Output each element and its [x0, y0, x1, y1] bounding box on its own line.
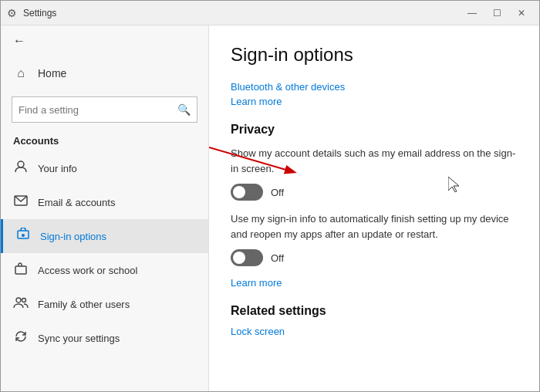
toggle-thumb-1: [233, 186, 245, 198]
title-bar-left: ⚙ Settings: [7, 7, 56, 19]
learn-more-2[interactable]: Learn more: [231, 277, 518, 289]
back-arrow-icon: ←: [13, 34, 25, 48]
sidebar-item-family[interactable]: Family & other users: [1, 287, 208, 321]
sign-in-label: Sign-in options: [40, 231, 106, 242]
main-content: Sign-in options Bluetooth & other device…: [209, 25, 539, 359]
back-button[interactable]: ←: [1, 25, 208, 56]
sidebar-item-your-info[interactable]: Your info: [1, 151, 208, 185]
svg-point-3: [22, 234, 25, 237]
svg-point-5: [16, 298, 21, 302]
maximize-button[interactable]: ☐: [485, 4, 508, 22]
email-label: Email & accounts: [38, 197, 115, 208]
svg-point-0: [18, 161, 24, 167]
your-info-icon: [13, 160, 29, 177]
sidebar: ← ⌂ Home 🔍 Accounts Your info: [1, 25, 209, 391]
title-bar-title: Settings: [23, 8, 56, 19]
home-icon: ⌂: [13, 66, 29, 80]
window-content: ← ⌂ Home 🔍 Accounts Your info: [1, 25, 539, 391]
toggle-2-label: Off: [271, 252, 284, 264]
your-info-label: Your info: [38, 163, 77, 174]
settings-window-icon: ⚙: [7, 7, 17, 19]
title-bar-controls: — ☐ ✕: [461, 4, 533, 22]
svg-point-6: [22, 299, 26, 302]
page-title: Sign-in options: [231, 44, 518, 66]
title-bar: ⚙ Settings — ☐ ✕: [1, 1, 539, 25]
bluetooth-link[interactable]: Bluetooth & other devices: [231, 81, 518, 93]
related-heading: Related settings: [231, 304, 518, 318]
close-button[interactable]: ✕: [510, 4, 533, 22]
toggle-row-2: Off: [231, 249, 518, 266]
sidebar-item-work[interactable]: Access work or school: [1, 253, 208, 287]
sync-icon: [13, 329, 29, 346]
family-icon: [13, 296, 29, 312]
svg-rect-4: [15, 266, 26, 274]
privacy-toggle-2[interactable]: [231, 249, 263, 266]
privacy-heading: Privacy: [231, 123, 518, 137]
sign-in-icon: [15, 228, 31, 245]
minimize-button[interactable]: —: [461, 4, 484, 22]
work-icon: [13, 262, 29, 279]
lock-screen-link[interactable]: Lock screen: [231, 326, 518, 337]
accounts-section-label: Accounts: [1, 129, 208, 151]
search-input[interactable]: [19, 104, 177, 116]
toggle-row-1: Off: [231, 184, 518, 201]
toggle-thumb-2: [233, 252, 245, 264]
home-label: Home: [38, 67, 66, 79]
settings-window: ⚙ Settings — ☐ ✕ ← ⌂ Home 🔍 Accounts: [0, 0, 540, 392]
sidebar-item-home[interactable]: ⌂ Home: [1, 56, 208, 90]
work-label: Access work or school: [38, 265, 137, 276]
search-box[interactable]: 🔍: [12, 96, 197, 123]
sidebar-item-sync[interactable]: Sync your settings: [1, 321, 208, 355]
privacy-toggle-1[interactable]: [231, 184, 263, 201]
privacy-desc-1: Show my account details such as my email…: [231, 146, 518, 176]
privacy-desc-2: Use my sign-in info to automatically fin…: [231, 211, 518, 242]
sidebar-item-sign-in[interactable]: Sign-in options: [1, 219, 208, 253]
main-wrapper: Sign-in options Bluetooth & other device…: [209, 25, 539, 391]
search-icon: 🔍: [177, 103, 191, 116]
email-icon: [13, 195, 29, 209]
family-label: Family & other users: [38, 299, 130, 310]
sync-label: Sync your settings: [38, 333, 120, 344]
toggle-1-label: Off: [271, 187, 284, 198]
sidebar-item-email[interactable]: Email & accounts: [1, 185, 208, 219]
learn-more-1[interactable]: Learn more: [231, 96, 518, 107]
